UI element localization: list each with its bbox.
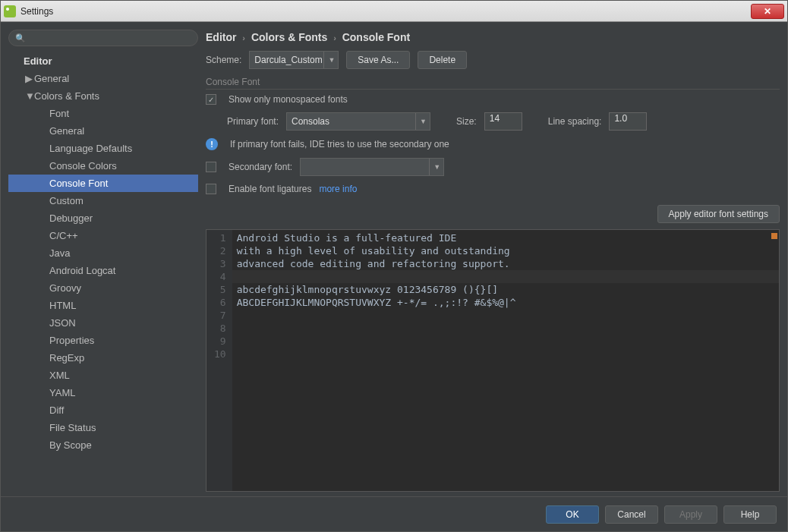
tree-item[interactable]: Language Defaults xyxy=(8,140,198,157)
sidebar: 🔍 Editor▶General▼Colors & FontsFontGener… xyxy=(8,30,198,492)
size-label: Size: xyxy=(456,116,477,127)
breadcrumb-editor[interactable]: Editor xyxy=(206,31,236,43)
chevron-down-icon: ▼ xyxy=(415,113,427,130)
monospaced-label: Show only monospaced fonts xyxy=(229,94,348,105)
delete-button[interactable]: Delete xyxy=(418,51,467,69)
monospaced-row: Show only monospaced fonts xyxy=(206,94,780,105)
tree-item[interactable]: Debugger xyxy=(8,209,198,227)
chevron-down-icon: ▼ xyxy=(323,52,335,68)
search-input[interactable]: 🔍 xyxy=(8,30,198,46)
more-info-link[interactable]: more info xyxy=(319,184,357,194)
fallback-info-row: ! If primary font fails, IDE tries to us… xyxy=(206,138,780,150)
tree-item[interactable]: Editor xyxy=(8,52,198,70)
tree-item-general[interactable]: ▶General xyxy=(8,70,198,87)
tree-item[interactable]: XML xyxy=(8,367,198,384)
tree-item[interactable]: Custom xyxy=(8,192,198,209)
tree-item[interactable]: Font xyxy=(8,105,198,122)
preview-editor[interactable]: 12345678910 Android Studio is a full-fea… xyxy=(206,229,780,492)
secondary-font-select: ▼ xyxy=(300,158,444,176)
ok-button[interactable]: OK xyxy=(546,505,599,524)
scheme-label: Scheme: xyxy=(206,55,241,65)
app-icon xyxy=(4,5,16,17)
arrow-down-icon: ▼ xyxy=(25,90,33,102)
close-button[interactable]: ✕ xyxy=(751,4,784,19)
window-title: Settings xyxy=(20,6,751,17)
tree-item[interactable]: Groovy xyxy=(8,279,198,297)
breadcrumb-console-font: Console Font xyxy=(342,31,410,43)
secondary-font-row: Secondary font: ▼ xyxy=(206,158,780,176)
secondary-label: Secondary font: xyxy=(229,162,292,172)
primary-font-label: Primary font: xyxy=(227,116,279,127)
monospaced-checkbox[interactable] xyxy=(206,94,216,105)
tree-item[interactable]: General xyxy=(8,122,198,140)
chevron-down-icon: ▼ xyxy=(429,159,440,175)
info-icon: ! xyxy=(206,138,218,150)
tree-item-colors-fonts[interactable]: ▼Colors & Fonts xyxy=(8,87,198,105)
cancel-button[interactable]: Cancel xyxy=(605,505,658,524)
size-input[interactable]: 14 xyxy=(484,112,522,131)
tree-item[interactable]: HTML xyxy=(8,297,198,314)
section-title: Console Font xyxy=(206,77,780,90)
tree-item[interactable]: RegExp xyxy=(8,349,198,367)
scheme-row: Scheme: Darcula_Custom ▼ Save As... Dele… xyxy=(206,51,780,69)
tree-item[interactable]: By Scope xyxy=(8,436,198,454)
content: Editor › Colors & Fonts › Console Font S… xyxy=(206,30,780,492)
tree-item[interactable]: File Status xyxy=(8,419,198,436)
ligatures-checkbox[interactable] xyxy=(206,184,216,194)
apply-editor-row: Apply editor font settings xyxy=(206,205,780,223)
chevron-right-icon: › xyxy=(242,33,245,42)
tree-item[interactable]: Android Logcat xyxy=(8,262,198,279)
tree-item[interactable]: JSON xyxy=(8,314,198,332)
primary-font-select[interactable]: Consolas ▼ xyxy=(286,112,430,131)
chevron-right-icon: › xyxy=(333,33,336,42)
tree-item[interactable]: Console Colors xyxy=(8,157,198,175)
tree-item[interactable]: Console Font xyxy=(8,175,198,192)
settings-tree[interactable]: Editor▶General▼Colors & FontsFontGeneral… xyxy=(8,52,198,492)
dialog-footer: OK Cancel Apply Help xyxy=(1,496,787,531)
breadcrumb-colors-fonts[interactable]: Colors & Fonts xyxy=(251,31,327,43)
settings-window: Settings ✕ 🔍 Editor▶General▼Colors & Fon… xyxy=(0,0,788,532)
breadcrumb: Editor › Colors & Fonts › Console Font xyxy=(206,30,780,51)
tree-item[interactable]: Java xyxy=(8,244,198,262)
primary-font-value: Consolas xyxy=(292,116,329,127)
save-as-button[interactable]: Save As... xyxy=(346,51,410,69)
code-area[interactable]: Android Studio is a full-featured IDEwit… xyxy=(232,230,779,491)
titlebar: Settings ✕ xyxy=(1,1,787,22)
ligatures-row: Enable font ligatures more info xyxy=(206,184,780,194)
fallback-info-text: If primary font fails, IDE tries to use … xyxy=(230,139,449,150)
line-gutter: 12345678910 xyxy=(206,230,232,491)
search-icon: 🔍 xyxy=(15,33,26,43)
line-spacing-label: Line spacing: xyxy=(548,116,602,127)
scheme-value: Darcula_Custom xyxy=(254,55,322,65)
help-button[interactable]: Help xyxy=(723,505,777,524)
tree-item[interactable]: Diff xyxy=(8,401,198,419)
apply-button[interactable]: Apply xyxy=(664,505,717,524)
line-spacing-input[interactable]: 1.0 xyxy=(609,112,647,131)
tree-item[interactable]: Properties xyxy=(8,332,198,349)
arrow-right-icon: ▶ xyxy=(25,73,33,84)
scheme-select[interactable]: Darcula_Custom ▼ xyxy=(249,51,339,69)
primary-font-row: Primary font: Consolas ▼ Size: 14 Line s… xyxy=(206,112,780,131)
ligatures-label: Enable font ligatures xyxy=(229,184,311,194)
tree-item[interactable]: C/C++ xyxy=(8,227,198,244)
secondary-checkbox[interactable] xyxy=(206,162,216,172)
body: 🔍 Editor▶General▼Colors & FontsFontGener… xyxy=(1,22,787,492)
apply-editor-font-button[interactable]: Apply editor font settings xyxy=(657,205,780,223)
tree-item[interactable]: YAML xyxy=(8,384,198,401)
